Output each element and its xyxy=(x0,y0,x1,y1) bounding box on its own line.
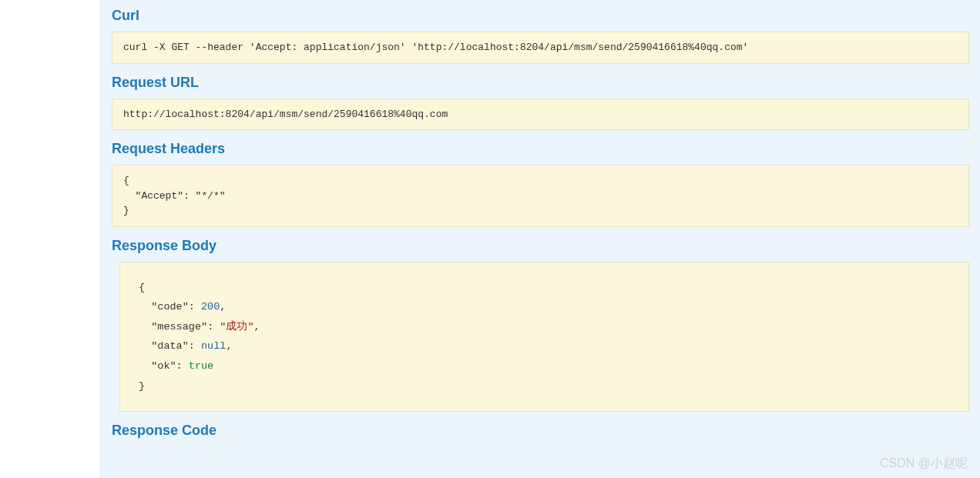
curl-heading: Curl xyxy=(112,8,969,24)
response-body-heading: Response Body xyxy=(112,238,969,254)
curl-section: Curl curl -X GET --header 'Accept: appli… xyxy=(101,0,980,67)
request-url-section: Request URL http://localhost:8204/api/ms… xyxy=(101,67,980,134)
request-url-heading: Request URL xyxy=(112,75,969,91)
request-headers-heading: Request Headers xyxy=(112,141,969,157)
request-headers-section: Request Headers { "Accept": "*/*" } xyxy=(101,133,980,230)
response-code-section: Response Code xyxy=(101,415,980,450)
response-panel: Curl curl -X GET --header 'Accept: appli… xyxy=(100,0,980,478)
curl-command[interactable]: curl -X GET --header 'Accept: applicatio… xyxy=(112,32,969,64)
sidebar-gutter xyxy=(0,0,100,478)
response-body-value[interactable]: { "code": 200, "message": "成功", "data": … xyxy=(119,262,969,413)
request-headers-value[interactable]: { "Accept": "*/*" } xyxy=(112,165,969,227)
response-body-section: Response Body { "code": 200, "message": … xyxy=(101,230,980,416)
request-url-value[interactable]: http://localhost:8204/api/msm/send/25904… xyxy=(112,99,969,131)
response-code-heading: Response Code xyxy=(112,423,969,439)
